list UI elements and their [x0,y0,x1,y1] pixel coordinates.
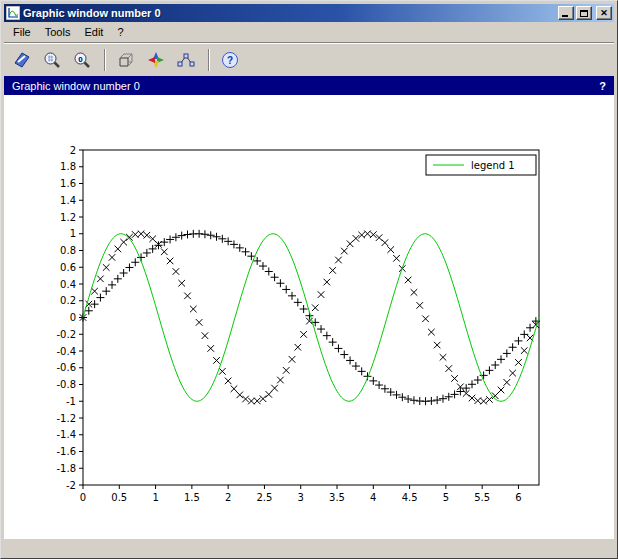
maximize-button[interactable] [576,6,592,20]
minimize-button[interactable] [558,6,574,20]
window-title: Graphic window number 0 [23,7,558,19]
series-sin(3x) [83,234,539,402]
menu-file[interactable]: File [6,23,38,41]
ged-editor-button[interactable] [142,47,170,73]
export-icon [12,50,32,70]
original-view-button[interactable]: 0 [68,47,96,73]
x-tick-label: 6 [515,492,521,503]
help-button[interactable]: ? [216,47,244,73]
zoom-area-button[interactable] [38,47,66,73]
infobar-help-icon[interactable]: ? [599,80,606,92]
y-tick-label: 1.8 [60,161,76,172]
x-tick-label: 2 [225,492,231,503]
y-tick-label: -0.2 [56,329,76,340]
y-tick-label: 0.8 [60,245,76,256]
y-tick-label: -1.4 [56,429,76,440]
help-icon: ? [220,50,240,70]
x-tick-label: 1 [152,492,158,503]
figure-infobar-title: Graphic window number 0 [12,80,599,92]
export-button[interactable] [8,47,36,73]
close-button[interactable]: ✕ [596,6,612,20]
rotate-3d-button[interactable] [112,47,140,73]
titlebar[interactable]: Graphic window number 0 ✕ [4,4,614,22]
x-axis-ticks: 00.511.522.533.544.555.56 [80,485,522,503]
maximize-icon [580,10,588,17]
x-tick-label: 4.5 [402,492,418,503]
zoom-area-icon [42,50,62,70]
plot-svg[interactable]: 00.511.522.533.544.555.5621.81.61.41.210… [4,95,614,538]
y-tick-label: 1.2 [60,212,76,223]
original-view-icon: 0 [72,50,92,70]
x-tick-label: 0.5 [111,492,127,503]
y-tick-label: 0.6 [60,262,76,273]
y-tick-label: -1.2 [56,413,76,424]
datatips-icon [176,50,196,70]
ged-pinwheel-icon [146,50,166,70]
menubar: File Tools Edit ? [4,22,614,42]
x-tick-label: 5 [443,492,449,503]
datatips-button[interactable] [172,47,200,73]
toolbar-separator [208,49,210,71]
menu-help[interactable]: ? [110,23,130,41]
x-tick-label: 5.5 [474,492,490,503]
y-tick-label: -0.6 [56,362,76,373]
rotate-3d-icon [116,50,136,70]
series-sin(x) [79,230,540,405]
y-tick-label: -0.8 [56,379,76,390]
y-tick-label: 0 [70,312,76,323]
menu-tools[interactable]: Tools [38,23,78,41]
y-tick-label: -1 [66,396,76,407]
minimize-icon [562,15,568,17]
toolbar-separator [104,49,106,71]
y-tick-label: 2 [70,145,76,156]
y-tick-label: 0.4 [60,279,76,290]
x-tick-label: 2.5 [256,492,272,503]
svg-text:0: 0 [78,54,83,63]
y-tick-label: 1.6 [60,178,76,189]
x-tick-label: 4 [370,492,376,503]
y-tick-label: 0.2 [60,295,76,306]
statusbar [4,538,614,555]
plot-canvas[interactable]: 00.511.522.533.544.555.5621.81.61.41.210… [4,95,614,538]
y-tick-label: 1 [70,228,76,239]
figure-icon [6,6,20,20]
y-tick-label: 1.4 [60,195,76,206]
x-tick-label: 3 [298,492,304,503]
graphic-window: Graphic window number 0 ✕ File Tools Edi… [0,0,618,559]
x-tick-label: 1.5 [184,492,200,503]
y-tick-label: -2 [66,480,76,491]
figure-infobar: Graphic window number 0 ? [4,76,614,95]
toolbar: 0 [4,42,614,76]
y-tick-label: -1.8 [56,463,76,474]
y-tick-label: -0.4 [56,346,76,357]
legend: legend 1 [426,155,536,175]
menu-edit[interactable]: Edit [77,23,110,41]
legend-label: legend 1 [471,160,515,171]
svg-text:?: ? [227,54,233,65]
y-tick-label: -1.6 [56,446,76,457]
x-tick-label: 3.5 [329,492,345,503]
x-tick-label: 0 [80,492,86,503]
close-icon: ✕ [600,9,608,18]
